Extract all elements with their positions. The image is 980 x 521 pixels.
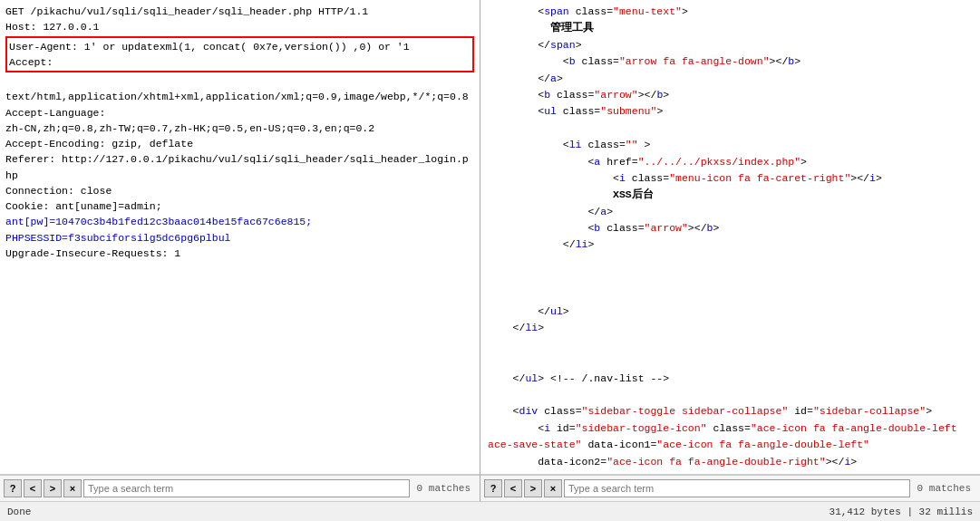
left-panel: GET /pikachu/vul/sqli/sqli_header/sqli_h… — [0, 0, 480, 501]
left-help-button[interactable]: ? — [4, 479, 22, 497]
left-prev-button[interactable]: < — [24, 479, 42, 497]
status-bar: Done 31,412 bytes | 32 millis — [0, 501, 980, 521]
line-accept-value: text/html,application/xhtml+xml,applicat… — [5, 91, 469, 212]
right-panel: <span class="menu-text"> 管理工具 </span> <b… — [480, 0, 980, 501]
line-get: GET /pikachu/vul/sqli/sqli_header/sqli_h… — [5, 5, 368, 33]
right-code: <span class="menu-text"> 管理工具 </span> <b… — [488, 4, 973, 475]
right-content: <span class="menu-text"> 管理工具 </span> <b… — [480, 0, 980, 475]
status-done: Done — [7, 507, 31, 517]
main-container: GET /pikachu/vul/sqli/sqli_header/sqli_h… — [0, 0, 980, 501]
right-prev-button[interactable]: < — [504, 479, 522, 497]
left-code: GET /pikachu/vul/sqli/sqli_header/sqli_h… — [5, 4, 474, 261]
line-upgrade: Upgrade-Insecure-Requests: 1 — [5, 247, 180, 259]
right-next-button[interactable]: > — [524, 479, 542, 497]
left-content: GET /pikachu/vul/sqli/sqli_header/sqli_h… — [0, 0, 480, 475]
line-cookie-pw: ant[pw]=10470c3b4b1fed12c3baac014be15fac… — [5, 216, 312, 243]
left-match-count: 0 matches — [412, 483, 476, 494]
right-toolbar: ? < > × 0 matches — [480, 475, 980, 501]
left-toolbar: ? < > × 0 matches — [0, 475, 480, 501]
right-match-count: 0 matches — [912, 483, 976, 494]
left-close-button[interactable]: × — [63, 479, 82, 497]
left-search-input[interactable] — [83, 479, 410, 497]
right-help-button[interactable]: ? — [484, 479, 502, 497]
right-search-input[interactable] — [564, 479, 910, 497]
highlighted-useragent: User-Agent: 1' or updatexml(1, concat( 0… — [5, 36, 474, 73]
right-close-button[interactable]: × — [544, 479, 562, 497]
status-size: 31,412 bytes | 32 millis — [830, 507, 973, 517]
left-next-button[interactable]: > — [44, 479, 62, 497]
